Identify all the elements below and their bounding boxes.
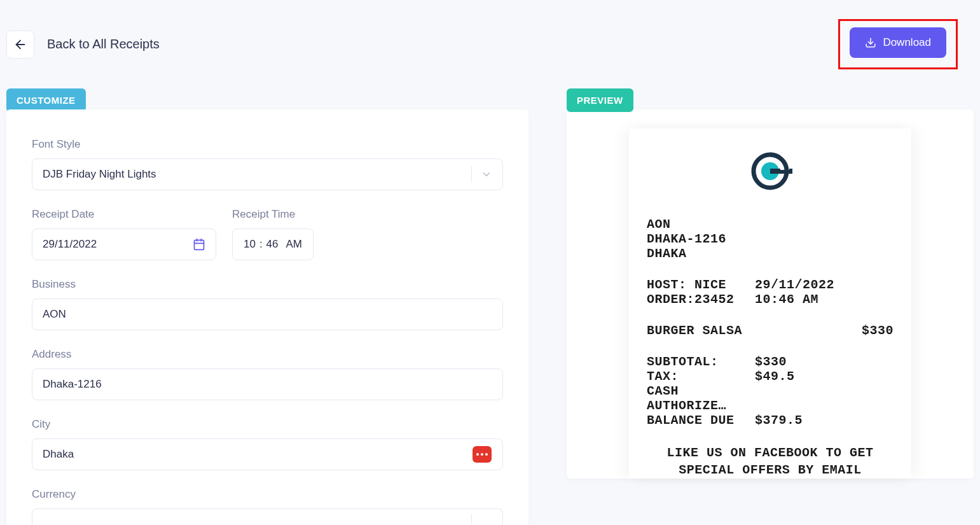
calendar-icon [193,238,205,251]
authorize-label: AUTHORIZE… [647,398,755,413]
preview-tag: PREVIEW [567,88,633,112]
business-value: AON [43,308,66,321]
customize-column: CUSTOMIZE Font Style DJB Friday Night Li… [6,88,528,525]
time-minute: 46 [266,238,279,251]
time-colon: : [259,238,263,251]
font-style-select[interactable]: DJB Friday Night Lights [32,158,503,190]
time-hour: 10 [244,238,256,251]
currency-label: Currency [32,488,503,501]
host-value: NICE [694,277,726,292]
address-label: Address [32,348,503,361]
currency-group: Currency [32,488,503,525]
receipt-logo [647,151,894,192]
receipt-date-input[interactable]: 29/11/2022 [32,228,216,260]
receipt-date-group: Receipt Date 29/11/2022 [32,208,216,260]
business-group: Business AON [32,278,503,330]
city-input[interactable]: Dhaka [32,438,503,470]
receipt-meta-block: HOST: NICE 29/11/2022 ORDER:23452 10:46 … [647,277,894,307]
back-button[interactable] [6,31,34,59]
receipt-item-row: BURGER SALSA $330 [647,323,894,338]
customize-tag: CUSTOMIZE [6,88,86,112]
time-ampm: AM [286,238,303,251]
download-label: Download [883,36,931,49]
receipt-footer: LIKE US ON FACEBOOK TO GET SPECIAL OFFER… [647,444,894,479]
receipt-time: 10:46 AM [755,292,894,307]
order-label: ORDER: [647,292,694,307]
host-label: HOST: [647,277,687,292]
receipt-address-block: AON DHAKA-1216 DHAKA [647,217,894,261]
preview-panel: AON DHAKA-1216 DHAKA HOST: NICE 29/11/20… [567,109,974,479]
receipt-time-label: Receipt Time [232,208,314,221]
cash-label: CASH [647,384,755,398]
tax-value: $49.5 [755,369,894,384]
receipt-preview: AON DHAKA-1216 DHAKA HOST: NICE 29/11/20… [629,129,911,479]
font-style-value: DJB Friday Night Lights [43,168,156,181]
receipt-date-value: 29/11/2022 [43,238,97,251]
preview-column: PREVIEW AON DH [567,88,974,479]
company-logo-icon [745,151,795,192]
download-button[interactable]: Download [850,27,946,58]
receipt-time-input[interactable]: 10 : 46 AM [232,228,314,260]
receipt-date: 29/11/2022 [755,277,894,292]
receipt-date-label: Receipt Date [32,208,216,221]
city-label: City [32,418,503,431]
main-content: CUSTOMIZE Font Style DJB Friday Night Li… [0,88,980,525]
city-value: Dhaka [43,448,74,461]
font-style-label: Font Style [32,138,503,151]
business-input[interactable]: AON [32,298,503,330]
top-bar: Back to All Receipts Download [0,0,980,88]
subtotal-label: SUBTOTAL: [647,354,755,369]
receipt-company: AON [647,217,894,232]
address-group: Address Dhaka-1216 [32,348,503,400]
currency-select[interactable] [32,508,503,525]
receipt-addr2: DHAKA [647,246,894,261]
city-group: City Dhaka [32,418,503,470]
balance-value: $379.5 [755,413,894,428]
receipt-totals-block: SUBTOTAL:$330 TAX:$49.5 CASH AUTHORIZE… … [647,354,894,428]
font-style-group: Font Style DJB Friday Night Lights [32,138,503,190]
svg-rect-2 [195,240,204,249]
address-input[interactable]: Dhaka-1216 [32,368,503,400]
order-value: 23452 [694,292,735,307]
date-time-row: Receipt Date 29/11/2022 Receipt Time 10 … [32,208,503,278]
tax-label: TAX: [647,369,755,384]
select-divider [471,166,472,183]
footer-line2: SPECIAL OFFERS BY EMAIL [647,461,894,479]
subtotal-value: $330 [755,354,894,369]
balance-label: BALANCE DUE [647,413,755,428]
chevron-down-icon [481,169,492,180]
customize-panel: Font Style DJB Friday Night Lights Recei… [6,109,528,525]
back-title: Back to All Receipts [47,37,160,52]
address-value: Dhaka-1216 [43,378,102,391]
business-label: Business [32,278,503,291]
item-name: BURGER SALSA [647,323,742,338]
footer-line1: LIKE US ON FACEBOOK TO GET [647,444,894,461]
receipt-time-group: Receipt Time 10 : 46 AM [232,208,314,260]
arrow-left-icon [13,38,27,52]
receipt-addr1: DHAKA-1216 [647,232,894,246]
item-price: $330 [862,323,894,338]
download-icon [865,37,876,48]
download-highlight: Download [838,19,958,69]
extension-badge[interactable] [473,446,492,463]
back-group: Back to All Receipts [6,31,160,59]
